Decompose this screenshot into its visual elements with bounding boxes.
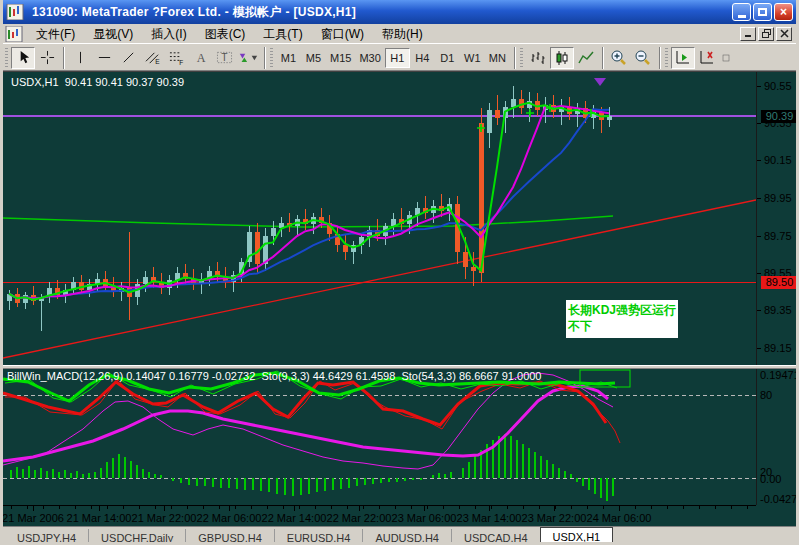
minimize-icon	[738, 15, 746, 18]
minor-tick	[43, 506, 44, 509]
vertical-line-tool-button[interactable]	[68, 47, 92, 69]
auto-scroll-button[interactable]	[671, 47, 695, 69]
tab-usdx-h1[interactable]: USDX,H1	[540, 527, 614, 545]
minor-tick	[491, 506, 492, 509]
mdi-minimize-button[interactable]	[740, 27, 756, 41]
chart-text-annotation[interactable]: 长期KDJ强势区运行 不下	[566, 300, 678, 338]
menu-item-3[interactable]: 图表(C)	[196, 25, 255, 43]
fibonacci-tool-button[interactable]: F	[164, 47, 188, 69]
menu-item-5[interactable]: 窗口(W)	[312, 25, 373, 43]
app-icon	[6, 4, 24, 20]
tab-usdjpy-h4[interactable]: USDJPY,H4	[5, 529, 88, 545]
minor-tick	[427, 506, 428, 509]
indicator-axis-label: 0.00	[760, 473, 781, 485]
main-chart-pane[interactable]: USDX,H1 90.41 90.41 90.37 90.39 长期KDJ强势区…	[3, 72, 756, 365]
mdi-restore-button[interactable]	[758, 27, 774, 41]
time-label: 23 Mar 14:00	[454, 512, 524, 524]
trendline-tool-button[interactable]	[116, 47, 140, 69]
tab-gbpusd-h4[interactable]: GBPUSD,H4	[185, 529, 274, 545]
crosshair-tool-button[interactable]	[35, 47, 59, 69]
indicator-pane[interactable]: BillWin_MACD(12,26,9) 0.14047 0.16779 -0…	[3, 369, 756, 504]
timeframe-d1-button[interactable]: D1	[435, 48, 460, 68]
minor-tick	[139, 506, 140, 509]
minor-tick	[715, 506, 716, 509]
bar-chart-icon	[530, 50, 546, 66]
indicators-button[interactable]	[721, 47, 731, 69]
toolbar-separator	[659, 47, 660, 69]
annotation-line2: 不下	[568, 318, 678, 334]
timeframe-h1-button[interactable]: H1	[385, 48, 410, 68]
zoom-in-button[interactable]	[607, 47, 631, 69]
minor-tick	[59, 506, 60, 509]
indicator-axis-label: -0.04276	[760, 493, 799, 505]
menu-item-1[interactable]: 显视(V)	[84, 25, 142, 43]
tab-audusd-h4[interactable]: AUDUSD,H4	[362, 529, 451, 545]
minor-tick	[475, 506, 476, 509]
price-tick	[757, 310, 761, 311]
cursor-tool-button[interactable]	[11, 47, 35, 69]
timeframe-mn-button[interactable]: MN	[485, 48, 510, 68]
toolbar-grip[interactable]	[5, 48, 8, 68]
minor-tick	[635, 506, 636, 509]
line-chart-button[interactable]	[574, 47, 598, 69]
bar-chart-button[interactable]	[526, 47, 550, 69]
crosshair-icon	[40, 50, 55, 65]
menu-item-2[interactable]: 插入(I)	[142, 25, 195, 43]
mdi-close-button[interactable]	[776, 27, 792, 41]
minor-tick	[667, 506, 668, 509]
horizontal-line-tool-button[interactable]	[92, 47, 116, 69]
time-label: 23 Mar 22:00	[519, 512, 589, 524]
toolbar-grip[interactable]	[520, 48, 523, 68]
maximize-button[interactable]	[753, 3, 772, 21]
equidistant-channel-tool-button[interactable]: E	[140, 47, 164, 69]
price-label: 89.35	[764, 304, 792, 316]
price-label: 89.75	[764, 230, 792, 242]
timeframe-h4-button[interactable]: H4	[410, 48, 435, 68]
indicator-chart[interactable]	[3, 369, 756, 504]
indicators-icon	[722, 50, 730, 66]
price-axis[interactable]: 90.5590.3590.1589.9589.7589.5589.3589.15…	[756, 72, 799, 505]
minor-tick	[331, 506, 332, 509]
text-tool-button[interactable]: A	[188, 47, 212, 69]
red-level-box: 89.50	[761, 276, 798, 289]
channel-icon: E	[144, 50, 161, 65]
menu-items: 文件(F)显视(V)插入(I)图表(C)工具(T)窗口(W)帮助(H)	[27, 24, 432, 43]
timeframe-m15-button[interactable]: M15	[326, 48, 355, 68]
tab-usdchf-daily[interactable]: USDCHF,Daily	[88, 529, 185, 545]
window-title: 131090: MetaTrader ?Forex Ltd. - 模拟帐户 - …	[32, 4, 728, 21]
menu-bar: 文件(F)显视(V)插入(I)图表(C)工具(T)窗口(W)帮助(H)	[3, 24, 796, 44]
minor-tick	[235, 506, 236, 509]
tab-eurusd-h4[interactable]: EURUSD,H4	[274, 529, 363, 545]
candlestick-icon	[554, 50, 570, 66]
svg-text:A: A	[196, 51, 205, 65]
toolbar-grip[interactable]	[270, 48, 273, 68]
annotation-line1: 长期KDJ强势区运行	[568, 302, 678, 318]
close-button[interactable]: ×	[774, 3, 793, 21]
minor-tick	[203, 506, 204, 509]
indicator-axis-label: 0.19471	[760, 369, 799, 381]
timeframe-m1-button[interactable]: M1	[276, 48, 301, 68]
time-axis[interactable]: 21 Mar 200621 Mar 14:0021 Mar 22:0022 Ma…	[3, 505, 756, 526]
price-tick	[757, 160, 761, 161]
minor-tick	[363, 506, 364, 509]
time-label: 21 Mar 14:00	[64, 512, 134, 524]
toolbar-grip[interactable]	[665, 48, 668, 68]
zoom-out-button[interactable]	[631, 47, 655, 69]
timeframe-m5-button[interactable]: M5	[301, 48, 326, 68]
minor-tick	[603, 506, 604, 509]
price-label: 90.55	[764, 80, 792, 92]
minimize-button[interactable]	[732, 3, 751, 21]
arrows-tool-button[interactable]	[236, 47, 260, 69]
chart-shift-button[interactable]	[695, 47, 719, 69]
menu-item-0[interactable]: 文件(F)	[27, 25, 84, 43]
menu-item-6[interactable]: 帮助(H)	[373, 25, 432, 43]
maximize-icon	[758, 8, 767, 16]
timeframe-m30-button[interactable]: M30	[355, 48, 384, 68]
title-bar[interactable]: 131090: MetaTrader ?Forex Ltd. - 模拟帐户 - …	[3, 0, 796, 24]
timeframe-w1-button[interactable]: W1	[460, 48, 485, 68]
candlestick-chart-button[interactable]	[550, 47, 574, 69]
label-tool-button[interactable]: T	[212, 47, 236, 69]
time-label: 22 Mar 14:00	[259, 512, 329, 524]
tab-usdcad-h4[interactable]: USDCAD,H4	[451, 529, 540, 545]
menu-item-4[interactable]: 工具(T)	[254, 25, 311, 43]
